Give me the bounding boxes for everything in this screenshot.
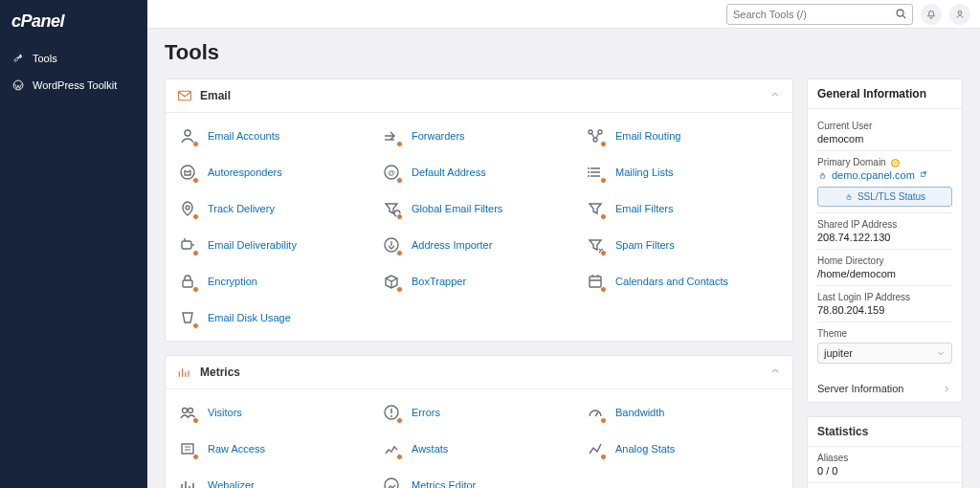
group-header[interactable]: Metrics <box>166 356 792 389</box>
tool-label: Email Disk Usage <box>208 312 291 323</box>
tool-spam-filters[interactable]: Spam Filters <box>585 230 781 260</box>
wrench-icon <box>11 52 25 65</box>
tool-label: Bandwidth <box>615 407 664 418</box>
topbar <box>147 0 980 29</box>
stat-aliases: Aliases0 / 0 <box>808 447 962 483</box>
tool-awstats[interactable]: Awstats <box>381 433 577 464</box>
group-header[interactable]: Email <box>166 79 792 113</box>
tool-label: Metrics Editor <box>412 479 476 488</box>
tool-errors[interactable]: Errors <box>381 397 577 428</box>
chevron-up-icon[interactable] <box>769 89 781 100</box>
forward-icon <box>381 125 402 146</box>
tool-label: Calendars and Contacts <box>615 276 728 287</box>
disk-icon <box>177 307 198 328</box>
page-title: Tools <box>165 40 963 65</box>
primary-domain-label: Primary Domain <box>817 157 952 167</box>
statistics-header: Statistics <box>808 417 962 447</box>
home-dir-value: /home/democom <box>817 268 952 279</box>
defaddr-icon <box>381 162 402 183</box>
tool-label: Address Importer <box>412 239 492 251</box>
sidebar: cPanel Tools WordPress Toolkit <box>0 0 147 488</box>
tool-email-routing[interactable]: Email Routing <box>585 121 781 151</box>
tool-bandwidth[interactable]: Bandwidth <box>585 397 781 428</box>
tool-label: Awstats <box>412 443 448 455</box>
theme-value: jupiter <box>824 347 853 359</box>
notifications-button[interactable] <box>921 4 942 25</box>
track-icon <box>177 198 198 219</box>
primary-domain-link[interactable]: demo.cpanel.com <box>817 169 952 181</box>
tool-calendars-and-contacts[interactable]: Calendars and Contacts <box>585 266 781 297</box>
warning-badge-icon <box>891 159 900 167</box>
lock-icon <box>844 192 854 202</box>
importer-icon <box>381 234 402 255</box>
current-user-value: democom <box>817 133 952 144</box>
home-dir-label: Home Directory <box>817 255 952 266</box>
routing-icon <box>585 125 606 146</box>
tool-analog-stats[interactable]: Analog Stats <box>585 433 781 464</box>
chevron-up-icon[interactable] <box>769 366 781 377</box>
box-icon <box>381 271 402 292</box>
tool-email-deliverability[interactable]: Email Deliverability <box>177 230 373 260</box>
account-button[interactable] <box>949 4 970 25</box>
primary-domain-label-text: Primary Domain <box>817 157 886 167</box>
brand-text: cPanel <box>11 11 64 31</box>
tool-visitors[interactable]: Visitors <box>177 397 373 428</box>
filter-icon <box>585 198 606 219</box>
tool-address-importer[interactable]: Address Importer <box>381 230 577 260</box>
shared-ip-value: 208.74.122.130 <box>817 232 952 243</box>
search-input-wrap[interactable] <box>726 4 913 25</box>
brand-logo: cPanel <box>0 10 147 45</box>
primary-domain-value: demo.cpanel.com <box>832 169 915 181</box>
tool-email-accounts[interactable]: Email Accounts <box>177 121 373 151</box>
nav-tools-label: Tools <box>33 53 57 64</box>
tool-group-metrics: MetricsVisitorsErrorsBandwidthRaw Access… <box>165 355 793 488</box>
tool-global-email-filters[interactable]: Global Email Filters <box>381 193 577 224</box>
errors-icon <box>381 402 402 423</box>
tool-email-filters[interactable]: Email Filters <box>585 193 781 224</box>
current-user-label: Current User <box>817 121 952 131</box>
tool-mailing-lists[interactable]: Mailing Lists <box>585 157 781 188</box>
general-info-header: General Information <box>808 79 962 109</box>
person-icon <box>954 9 966 20</box>
tool-label: Autoresponders <box>208 166 282 178</box>
tool-label: Email Routing <box>615 130 680 142</box>
tool-label: Visitors <box>208 407 242 418</box>
nav-tools[interactable]: Tools <box>0 45 147 72</box>
nav-wordpress-toolkit[interactable]: WordPress Toolkit <box>0 72 147 99</box>
search-input[interactable] <box>733 9 891 20</box>
tool-default-address[interactable]: Default Address <box>381 157 577 188</box>
nav-wordpress-label: WordPress Toolkit <box>33 79 117 91</box>
tool-raw-access[interactable]: Raw Access <box>177 433 373 464</box>
tool-email-disk-usage[interactable]: Email Disk Usage <box>177 302 373 333</box>
stat-label: Aliases <box>817 453 952 463</box>
tool-label: Errors <box>412 407 440 418</box>
awstats-icon <box>381 438 402 459</box>
autoresp-icon <box>177 162 198 183</box>
shared-ip-label: Shared IP Address <box>817 219 952 230</box>
meditor-icon <box>381 475 402 488</box>
tool-metrics-editor[interactable]: Metrics Editor <box>381 470 577 488</box>
server-information-link[interactable]: Server Information <box>808 375 962 402</box>
external-link-icon <box>919 170 928 180</box>
webalizer-icon <box>177 475 198 488</box>
tool-encryption[interactable]: Encryption <box>177 266 373 297</box>
tool-forwarders[interactable]: Forwarders <box>381 121 577 151</box>
tool-boxtrapper[interactable]: BoxTrapper <box>381 266 577 297</box>
theme-select[interactable]: jupiter <box>817 343 952 364</box>
tool-label: Raw Access <box>208 443 265 455</box>
visitors-icon <box>177 402 198 423</box>
stat-addon-domains: Addon Domains0 / 0 <box>808 483 962 488</box>
theme-label: Theme <box>817 328 952 339</box>
tool-label: Global Email Filters <box>412 203 502 214</box>
mailbox-icon <box>177 234 198 255</box>
padlock-icon <box>817 170 828 181</box>
bell-icon <box>925 9 937 20</box>
tool-webalizer[interactable]: Webalizer <box>177 470 373 488</box>
tool-label: Spam Filters <box>615 239 675 251</box>
last-login-value: 78.80.204.159 <box>817 304 952 316</box>
spam-icon <box>585 234 606 255</box>
ssl-tls-status-button[interactable]: SSL/TLS Status <box>817 187 952 207</box>
tool-autoresponders[interactable]: Autoresponders <box>177 157 373 188</box>
gfilter-icon <box>381 198 402 219</box>
tool-track-delivery[interactable]: Track Delivery <box>177 193 373 224</box>
